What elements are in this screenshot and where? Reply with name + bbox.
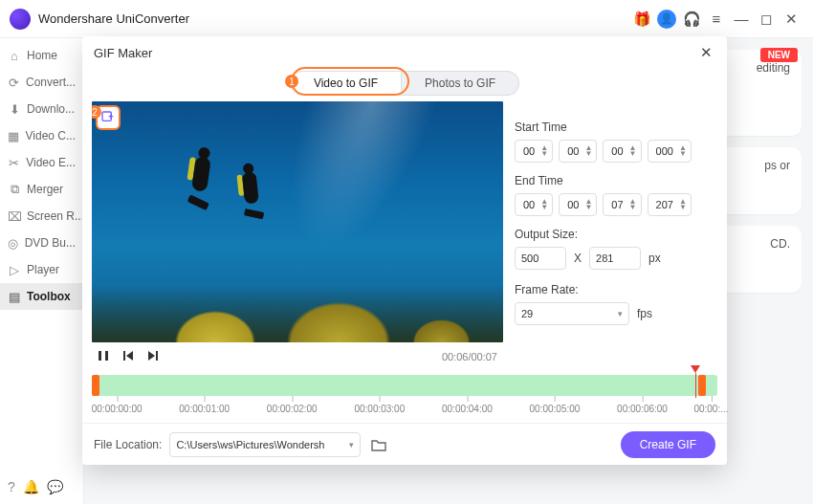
output-width[interactable] (515, 247, 566, 270)
end-hours[interactable]: 00▲▼ (515, 193, 553, 216)
sidebar-item-home[interactable]: ⌂Home (0, 42, 83, 69)
sidebar-item-label: Player (27, 263, 59, 276)
sidebar-item-label: Home (27, 49, 57, 62)
pause-button[interactable] (98, 350, 109, 364)
minimize-button[interactable]: — (729, 7, 754, 32)
output-height[interactable] (589, 247, 641, 270)
sidebar-item-label: Toolbox (27, 290, 71, 303)
menu-icon[interactable]: ≡ (704, 7, 729, 32)
tab-photos-to-gif[interactable]: Photos to GIF (402, 71, 519, 96)
sidebar-item-label: Screen R... (27, 209, 83, 223)
playback-time: 00:06/00:07 (442, 351, 497, 362)
add-media-icon (100, 110, 116, 125)
support-icon[interactable]: 🎧 (679, 7, 704, 32)
open-folder-button[interactable] (368, 434, 389, 455)
bg-card-text: editing (757, 61, 790, 75)
sidebar-item-label: DVD Bu... (25, 236, 76, 250)
sidebar-item-videoc[interactable]: ▦Video C... (0, 122, 83, 149)
sidebar-item-screen[interactable]: ⌧Screen R... (0, 203, 83, 230)
help-icon[interactable]: ? (8, 479, 15, 494)
playback-controls: 00:06/00:07 (92, 342, 503, 371)
size-px: px (648, 252, 661, 265)
tick: 00:00:... (693, 404, 728, 414)
feedback-icon[interactable]: 💬 (47, 479, 63, 494)
titlebar: Wondershare UniConverter 🎁 👤 🎧 ≡ — ◻ ✕ (0, 0, 813, 38)
sidebar-item-label: Downlo... (27, 102, 75, 116)
sidebar-item-label: Video C... (26, 129, 76, 142)
playhead-marker[interactable] (691, 365, 700, 373)
frame-rate-select[interactable]: 29▾ (515, 302, 629, 325)
video-preview[interactable]: 2 (92, 101, 503, 342)
sidebar-item-player[interactable]: ▷Player (0, 256, 83, 283)
close-window-button[interactable]: ✕ (779, 7, 803, 32)
tick: 00:00:03:00 (354, 404, 405, 414)
start-hours[interactable]: 00▲▼ (515, 140, 553, 163)
convert-icon: ⟳ (8, 76, 20, 90)
maximize-button[interactable]: ◻ (754, 7, 779, 32)
sidebar-item-toolbox[interactable]: ▤Toolbox (0, 283, 83, 310)
tick: 00:00:02:00 (267, 404, 318, 414)
modal-footer: File Location: C:\Users\ws\Pictures\Wond… (82, 423, 727, 465)
screen-record-icon: ⌧ (8, 209, 21, 224)
sidebar-item-label: Video E... (26, 156, 76, 169)
end-minutes[interactable]: 00▲▼ (559, 193, 597, 216)
svg-rect-1 (99, 351, 101, 361)
timeline-end-handle[interactable] (698, 375, 706, 396)
download-icon: ⬇ (8, 102, 21, 117)
tab-video-to-gif[interactable]: Video to GIF (290, 71, 402, 96)
tick: 00:00:01:00 (179, 404, 230, 414)
sidebar-item-convert[interactable]: ⟳Convert... (0, 69, 83, 96)
file-location-input[interactable]: C:\Users\ws\Pictures\Wondersh▾ (169, 432, 361, 457)
chevron-down-icon: ▾ (618, 309, 623, 318)
preview-frame (92, 101, 503, 342)
end-ms[interactable]: 207▲▼ (648, 193, 692, 216)
end-seconds[interactable]: 07▲▼ (603, 193, 641, 216)
gift-icon[interactable]: 🎁 (629, 7, 654, 32)
start-time-label: Start Time (515, 121, 717, 134)
home-icon: ⌂ (8, 49, 21, 63)
settings-panel: Start Time 00▲▼ 00▲▼ 00▲▼ 000▲▼ End Time… (515, 101, 717, 375)
svg-rect-4 (156, 351, 158, 361)
app-title: Wondershare UniConverter (38, 11, 189, 26)
app-logo-icon (10, 9, 31, 30)
svg-rect-3 (123, 351, 125, 361)
timeline-start-handle[interactable] (92, 375, 99, 396)
sidebar-item-dvd[interactable]: ◎DVD Bu... (0, 230, 83, 256)
start-seconds[interactable]: 00▲▼ (603, 140, 641, 163)
create-gif-button[interactable]: Create GIF (621, 431, 715, 458)
start-ms[interactable]: 000▲▼ (648, 140, 692, 163)
prev-frame-button[interactable] (122, 350, 134, 364)
merger-icon: ⧉ (8, 182, 21, 197)
new-badge: NEW (760, 48, 798, 62)
sidebar-item-videoe[interactable]: ✂Video E... (0, 149, 83, 176)
timeline: 00:00:00:00 00:00:01:00 00:00:02:00 00:0… (82, 375, 727, 423)
chevron-down-icon: ▾ (349, 440, 354, 449)
end-time-label: End Time (515, 174, 717, 187)
notifications-icon[interactable]: 🔔 (23, 479, 39, 494)
bg-card-text: ps or (764, 159, 790, 172)
next-frame-button[interactable] (147, 350, 159, 364)
dvd-icon: ◎ (8, 236, 19, 251)
sidebar: ⌂Home ⟳Convert... ⬇Downlo... ▦Video C...… (0, 38, 84, 504)
size-x: X (574, 252, 582, 265)
timeline-track[interactable] (92, 375, 717, 396)
toolbox-icon: ▤ (8, 290, 21, 304)
player-icon: ▷ (8, 263, 21, 277)
add-media-button[interactable]: 2 (96, 105, 121, 130)
sidebar-item-download[interactable]: ⬇Downlo... (0, 96, 83, 122)
account-icon[interactable]: 👤 (654, 7, 679, 32)
tick: 00:00:05:00 (530, 404, 581, 414)
tick: 00:00:00:00 (92, 404, 143, 414)
close-icon[interactable]: ✕ (696, 43, 715, 62)
gif-maker-modal: GIF Maker ✕ 1 Video to GIF Photos to GIF (82, 36, 727, 465)
step1-number: 1 (285, 75, 298, 88)
sidebar-item-merger[interactable]: ⧉Merger (0, 176, 83, 203)
svg-rect-2 (105, 351, 108, 361)
tick: 00:00:06:00 (617, 404, 668, 414)
tick: 00:00:04:00 (442, 404, 493, 414)
fps-unit: fps (637, 307, 652, 320)
tabs: 1 Video to GIF Photos to GIF (82, 69, 727, 98)
start-minutes[interactable]: 00▲▼ (559, 140, 597, 163)
frame-rate-label: Frame Rate: (515, 283, 717, 296)
timeline-ruler: 00:00:00:00 00:00:01:00 00:00:02:00 00:0… (92, 398, 717, 423)
